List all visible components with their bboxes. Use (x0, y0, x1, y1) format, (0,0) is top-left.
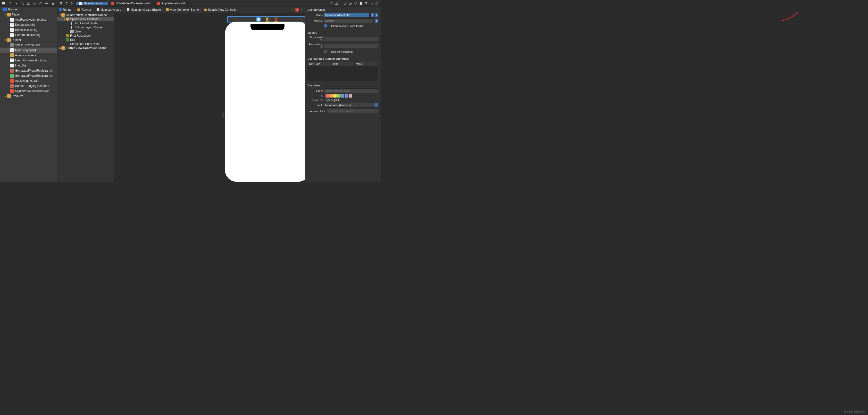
outline-item[interactable]: First Responder (57, 33, 114, 38)
color-swatch[interactable] (345, 94, 348, 98)
swatch-clear-icon[interactable]: ✕ (321, 94, 324, 98)
folder-icon (7, 38, 11, 42)
nav-item[interactable]: GeneratedPluginRegistrant.m (0, 73, 57, 78)
class-dropdown-icon[interactable]: ▾ (375, 13, 378, 17)
editor-tab[interactable]: AppDelegate.swift (154, 2, 189, 5)
udra-remove-button[interactable]: − (312, 77, 316, 81)
view-icon (70, 30, 73, 33)
debug-icon[interactable] (39, 1, 42, 5)
nav-item[interactable]: splash_screen.json (0, 42, 57, 47)
help-inspector-icon[interactable]: ? (353, 1, 357, 5)
inherit-checkbox[interactable]: ✓ (324, 24, 327, 27)
color-swatch[interactable] (341, 94, 344, 98)
jump-back-icon[interactable]: ‹ (291, 8, 295, 12)
outline-item[interactable]: Top Layout Guide (57, 21, 114, 25)
exit-dock-icon[interactable] (274, 17, 278, 22)
document-outline[interactable]: ▼Splash View Controller Scene▼Splash Vie… (57, 13, 114, 182)
symbols-icon[interactable] (14, 1, 18, 5)
udra-add-button[interactable]: + (308, 77, 312, 81)
nav-item[interactable]: LaunchScreen.storyboard (0, 58, 57, 63)
reports-icon[interactable] (51, 1, 55, 5)
jumpbar-item[interactable]: Main.storyboard (Base) (126, 8, 161, 11)
outline-item[interactable]: →Storyboard Entry Point (57, 42, 114, 46)
breakpoints-icon[interactable] (45, 1, 49, 5)
adjust-lines-icon[interactable] (330, 1, 333, 5)
disclosure-icon[interactable]: ▼ (59, 13, 61, 16)
nav-item[interactable]: Main.storyboard (0, 47, 57, 53)
color-swatch[interactable] (326, 94, 329, 98)
identity-inspector-icon[interactable] (359, 1, 363, 5)
connections-inspector-icon[interactable] (375, 1, 379, 5)
outline-item[interactable]: Exit (57, 38, 114, 42)
restoration-id-input[interactable] (324, 44, 378, 48)
class-input[interactable] (324, 12, 369, 17)
color-swatch[interactable] (330, 94, 333, 98)
source-control-icon[interactable] (8, 1, 12, 5)
outline-item[interactable]: ▶Flutter View Controller Scene (57, 46, 114, 50)
forward-icon[interactable] (70, 1, 73, 5)
attributes-inspector-icon[interactable] (364, 1, 368, 5)
class-clear-icon[interactable]: ⊘ (371, 13, 374, 17)
editor-tab[interactable]: SplashViewController.swift (108, 2, 154, 5)
size-inspector-icon[interactable] (369, 1, 373, 5)
first-responder-dock-icon[interactable] (265, 17, 270, 22)
jumpbar-item[interactable]: Splash View Controller (204, 8, 238, 11)
search-icon[interactable] (21, 1, 24, 5)
label-input[interactable] (324, 88, 378, 93)
outline-item[interactable]: ▼Splash View Controller (57, 17, 114, 21)
scene-title-bar[interactable] (227, 16, 305, 23)
color-swatch[interactable] (337, 94, 341, 98)
module-dropdown-icon[interactable]: ▾ (375, 19, 378, 23)
outline-item[interactable]: ▼Splash View Controller Scene (57, 13, 114, 17)
editor-tab[interactable]: Main.storyboard (76, 2, 108, 5)
disclosure-icon[interactable]: ▶ (59, 46, 61, 49)
nav-item[interactable]: Debug.xcconfig (0, 22, 57, 27)
folder-icon[interactable] (2, 1, 6, 5)
disclosure-icon[interactable]: ▼ (63, 18, 66, 21)
color-swatch[interactable] (349, 94, 352, 98)
nav-item[interactable]: Runner-Bridging-Header.h (0, 83, 57, 88)
nav-item[interactable]: GeneratedPluginRegistrant.h (0, 68, 57, 73)
nav-item[interactable]: Assets.xcassets (0, 53, 57, 58)
localizer-input[interactable] (327, 109, 378, 113)
jumpbar-item[interactable]: View Controller Scene (165, 8, 199, 11)
nav-item[interactable]: ▼Flutter (0, 12, 57, 17)
nav-item[interactable]: AppFrameworkInfo.plist (0, 17, 57, 22)
jumpbar-item[interactable]: Main.storyboard (96, 8, 121, 11)
jumpbar-item[interactable]: Runner (77, 8, 91, 11)
jumpbar-item[interactable]: Runner (59, 8, 72, 11)
use-storyboard-id-checkbox[interactable] (324, 50, 327, 53)
disclosure-icon[interactable]: ▶ (4, 95, 7, 97)
nav-item[interactable]: ▼Runner (0, 37, 57, 42)
history-inspector-icon[interactable] (348, 1, 352, 5)
back-icon[interactable] (64, 1, 68, 5)
color-swatch[interactable] (333, 94, 337, 98)
nav-item[interactable]: AppDelegate.swift (0, 78, 57, 83)
disclosure-icon[interactable]: ▼ (4, 39, 7, 41)
disclosure-icon[interactable]: ▼ (4, 13, 7, 16)
project-navigator[interactable]: ▼Runner▼FlutterAppFrameworkInfo.plistDeb… (0, 7, 57, 182)
lock-select[interactable]: Inherited - (Nothing) (324, 103, 378, 107)
storyboard-canvas[interactable]: Flutter View (114, 13, 305, 182)
module-input[interactable] (324, 19, 373, 23)
sidebar-icon[interactable] (334, 1, 338, 5)
nav-item[interactable]: Info.plist (0, 63, 57, 68)
jump-close-icon[interactable]: ✕ (295, 8, 299, 12)
storyboard-id-input[interactable] (324, 37, 378, 41)
jump-forward-icon[interactable]: › (300, 8, 303, 12)
outline-toggle-icon[interactable] (59, 1, 63, 5)
nav-item[interactable]: Generated.xcconfig (0, 32, 57, 37)
issues-icon[interactable] (27, 1, 30, 5)
nav-item[interactable]: ▶Products (0, 93, 57, 99)
nav-item[interactable]: SplashViewController.swift (0, 88, 57, 93)
nav-item[interactable]: Release.xcconfig (0, 27, 57, 32)
file-inspector-icon[interactable] (343, 1, 347, 5)
view-controller-dock-icon[interactable] (256, 17, 261, 22)
nav-item[interactable]: ▼Runner (0, 7, 57, 12)
device-preview[interactable] (227, 24, 305, 179)
outline-item[interactable]: Bottom Layout Guide (57, 25, 114, 29)
outline-item[interactable]: View (57, 29, 114, 33)
tests-icon[interactable] (33, 1, 36, 5)
udra-table-body[interactable] (308, 66, 378, 77)
disclosure-icon[interactable]: ▼ (1, 8, 3, 11)
